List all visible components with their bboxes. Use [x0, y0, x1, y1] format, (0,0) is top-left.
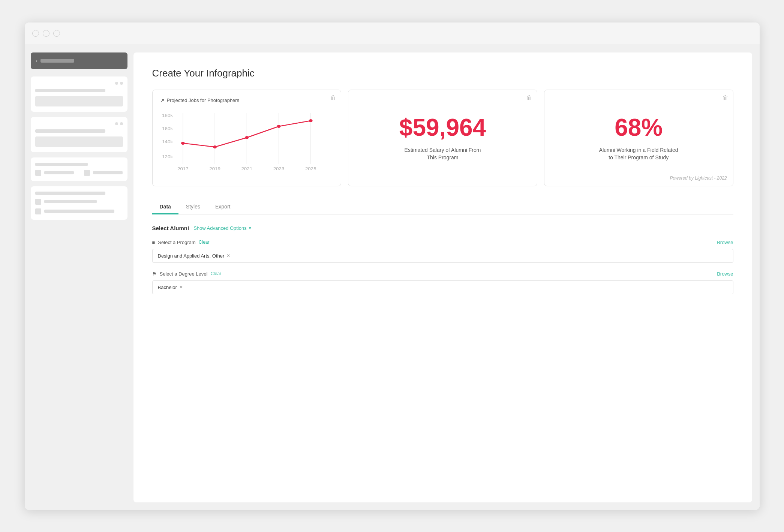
svg-point-15 [213, 145, 217, 148]
select-alumni-section: Select Alumni Show Advanced Options ▼ [152, 225, 733, 231]
degree-field-section: ⚑ Select a Degree Level Clear Browse Bac… [152, 271, 733, 294]
svg-text:140k: 140k [162, 139, 173, 144]
tab-styles[interactable]: Styles [178, 200, 208, 214]
sidebar-input-1[interactable] [35, 96, 123, 106]
svg-text:2025: 2025 [305, 166, 316, 171]
placeholder-dot [120, 122, 123, 125]
sidebar-input-2[interactable] [35, 136, 123, 147]
chart-line-icon: ↗ [160, 97, 165, 103]
tabs-bar: Data Styles Export [152, 200, 733, 214]
back-arrow-icon: ‹ [36, 58, 38, 64]
main-content: Create Your Infographic 🗑 ↗ Projected Jo… [133, 52, 752, 502]
sidebar-card-4 [31, 186, 127, 220]
browser-dot-2[interactable] [43, 30, 49, 37]
chart-svg: 180k 160k 140k 120k 2017 2019 2021 [160, 109, 334, 177]
section-header: Select Alumni Show Advanced Options ▼ [152, 225, 733, 231]
placeholder-line [35, 129, 105, 133]
show-advanced-label: Show Advanced Options [193, 225, 247, 231]
program-field-section: ■ Select a Program Clear Browse Design a… [152, 240, 733, 263]
degree-tag-box: Bachelor ✕ [152, 280, 733, 294]
placeholder-checkbox[interactable] [35, 208, 41, 214]
svg-point-16 [245, 136, 249, 139]
program-tag-box: Design and Applied Arts, Other ✕ [152, 249, 733, 263]
svg-text:160k: 160k [162, 126, 173, 131]
sidebar: ‹ [25, 45, 133, 510]
show-advanced-options-button[interactable]: Show Advanced Options ▼ [193, 225, 252, 231]
chart-title: ↗ Projected Jobs for Photographers [160, 97, 334, 103]
powered-by-label: Powered by Lightcast - 2022 [670, 175, 727, 181]
chevron-down-icon: ▼ [248, 226, 252, 230]
degree-tag-remove[interactable]: ✕ [179, 285, 183, 290]
placeholder-dot [115, 82, 118, 85]
stat-card-percent: 🗑 68% Alumni Working in a Field Related … [544, 90, 733, 186]
placeholder-line [44, 210, 114, 213]
placeholder-line [35, 89, 105, 92]
section-title: Select Alumni [152, 225, 189, 231]
program-tag-remove[interactable]: ✕ [226, 253, 230, 258]
placeholder-dot [120, 82, 123, 85]
svg-text:2019: 2019 [209, 166, 220, 171]
browser-dots [32, 30, 60, 37]
program-label: Select a Program [158, 240, 195, 245]
tab-export[interactable]: Export [208, 200, 238, 214]
sidebar-card-3 [31, 157, 127, 181]
svg-text:2023: 2023 [273, 166, 284, 171]
sidebar-card-1-header [35, 82, 123, 85]
sidebar-checkbox-row-3 [35, 208, 123, 214]
degree-browse-link[interactable]: Browse [717, 271, 733, 277]
svg-point-18 [309, 119, 312, 122]
svg-text:2021: 2021 [241, 166, 252, 171]
sidebar-back-label [40, 59, 74, 63]
page-title: Create Your Infographic [152, 67, 733, 79]
stat-salary-value: $59,964 [399, 114, 486, 141]
svg-point-14 [181, 142, 185, 145]
browser-titlebar [25, 22, 760, 45]
placeholder-line [35, 163, 88, 166]
sidebar-checkbox-row-2 [35, 199, 123, 205]
program-icon: ■ [152, 240, 155, 245]
browser-dot-1[interactable] [32, 30, 39, 37]
sidebar-checkbox-row-1 [35, 170, 123, 176]
stat-percent-label: Alumni Working in a Field Related to The… [597, 147, 680, 161]
degree-tag: Bachelor ✕ [158, 285, 183, 290]
stat-salary-label: Estimated Salary of Alumni From This Pro… [402, 147, 484, 161]
degree-clear-link[interactable]: Clear [210, 271, 221, 276]
placeholder-checkbox[interactable] [84, 170, 90, 176]
placeholder-line [44, 171, 74, 174]
program-clear-link[interactable]: Clear [199, 240, 210, 245]
placeholder-line [35, 192, 105, 195]
browser-dot-3[interactable] [53, 30, 60, 37]
sidebar-card-2-header [35, 122, 123, 126]
placeholder-checkbox[interactable] [35, 170, 41, 176]
stat-card-percent-delete-icon[interactable]: 🗑 [723, 94, 729, 101]
program-label-row: ■ Select a Program Clear Browse [152, 240, 733, 245]
svg-point-17 [277, 125, 280, 128]
placeholder-dot [115, 122, 118, 125]
chart-card: 🗑 ↗ Projected Jobs for Photographers 180… [152, 90, 342, 186]
stat-card-salary-delete-icon[interactable]: 🗑 [526, 94, 532, 101]
stat-percent-value: 68% [615, 114, 663, 141]
sidebar-back-button[interactable]: ‹ [31, 52, 127, 69]
sidebar-card-1 [31, 76, 127, 112]
svg-text:180k: 180k [162, 113, 173, 118]
degree-icon: ⚑ [152, 271, 157, 277]
placeholder-line [44, 200, 97, 203]
svg-text:120k: 120k [162, 154, 173, 159]
program-tag: Design and Applied Arts, Other ✕ [158, 253, 231, 259]
chart-card-delete-icon[interactable]: 🗑 [330, 94, 336, 101]
svg-text:2017: 2017 [177, 166, 188, 171]
degree-label: Select a Degree Level [160, 271, 208, 277]
placeholder-line [93, 171, 123, 174]
sidebar-card-2 [31, 117, 127, 152]
browser-body: ‹ [25, 45, 760, 510]
stat-card-salary: 🗑 $59,964 Estimated Salary of Alumni Fro… [348, 90, 537, 186]
placeholder-checkbox[interactable] [35, 199, 41, 205]
degree-label-row: ⚑ Select a Degree Level Clear Browse [152, 271, 733, 277]
browser-window: ‹ [25, 22, 760, 510]
program-browse-link[interactable]: Browse [717, 240, 733, 245]
tab-data[interactable]: Data [152, 200, 178, 214]
infographic-cards: 🗑 ↗ Projected Jobs for Photographers 180… [152, 90, 733, 186]
